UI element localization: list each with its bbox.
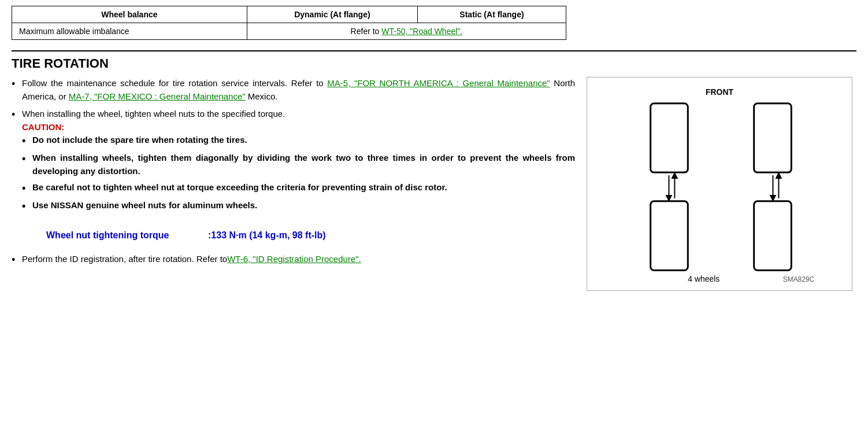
caution-item-1-text: Do not include the spare tire when rotat… (32, 134, 575, 147)
link-ma7[interactable]: MA-7, "FOR MEXICO : General Maintenance" (69, 91, 246, 101)
caution-item-3: • Be careful not to tighten wheel nut at… (22, 181, 575, 196)
torque-box: Wheel nut tightening torque : 133 N·m (1… (46, 228, 575, 243)
tire-rear-left (651, 201, 688, 270)
table-cell-value: Refer to WT-50, "Road Wheel". (247, 23, 566, 40)
table-link-wt50[interactable]: WT-50, "Road Wheel". (381, 27, 462, 36)
table-header-dynamic: Dynamic (At flange) (247, 6, 417, 23)
list-item-tighten: • When installing the wheel, tighten whe… (12, 108, 575, 218)
bullet1-text-after: Mexico. (246, 91, 278, 101)
tire-front-left (651, 104, 688, 172)
link-ma5[interactable]: MA-5, "FOR NORTH AMERICA : General Maint… (327, 78, 550, 88)
tire-front-right (754, 104, 792, 172)
torque-value: 133 N·m (14 kg-m, 98 ft-lb) (211, 228, 575, 243)
main-bullet-list: • Follow the maintenance schedule for ti… (12, 77, 575, 218)
torque-label: Wheel nut tightening torque (46, 228, 208, 243)
list-item-rotation: • Follow the maintenance schedule for ti… (12, 77, 575, 103)
diagram-svg: FRONT 4 wheels SMA829C (587, 78, 852, 290)
list-item-1-content: Follow the maintenance schedule for tire… (22, 77, 575, 103)
table-header-balance: Wheel balance (12, 6, 247, 23)
caution-bullet-4: • (22, 199, 32, 213)
perform-line: • Perform the ID registration, after tir… (12, 253, 575, 267)
caution-item-4: • Use NISSAN genuine wheel nuts for alum… (22, 199, 575, 213)
diagram-box: FRONT 4 wheels SMA829C (587, 77, 852, 291)
caution-item-2: • When installing wheels, tighten them d… (22, 152, 575, 178)
table-cell-label: Maximum allowable imbalance (12, 23, 247, 40)
bullet-icon-2: • (12, 108, 22, 122)
content-area: • Follow the maintenance schedule for ti… (12, 77, 856, 291)
caution-bullet-2: • (22, 152, 32, 166)
perform-bullet: • (12, 253, 22, 267)
caution-label: CAUTION: (22, 122, 64, 132)
text-content: • Follow the maintenance schedule for ti… (12, 77, 575, 267)
table-refer-text: Refer to (351, 27, 382, 36)
caution-list: • Do not include the spare tire when rot… (22, 134, 575, 214)
wheel-balance-table: Wheel balance Dynamic (At flange) Static… (12, 6, 566, 40)
caution-item-3-text: Be careful not to tighten wheel nut at t… (32, 181, 575, 194)
caution-item-2-text: When installing wheels, tighten them dia… (32, 152, 575, 178)
bullet1-text-before: Follow the maintenance schedule for tire… (22, 78, 327, 88)
section-title: TIRE ROTATION (12, 50, 856, 71)
caution-item-1: • Do not include the spare tire when rot… (22, 134, 575, 148)
bullet2-text: When installing the wheel, tighten wheel… (22, 109, 285, 119)
table-header-static: Static (At flange) (417, 6, 566, 23)
perform-text-before: Perform the ID registration, after tire … (22, 253, 227, 266)
caution-bullet-1: • (22, 134, 32, 148)
torque-row: Wheel nut tightening torque : 133 N·m (1… (46, 228, 575, 243)
caution-item-4-text: Use NISSAN genuine wheel nuts for alumin… (32, 199, 575, 212)
diagram-sma-text: SMA829C (783, 275, 815, 283)
caution-bullet-3: • (22, 181, 32, 196)
list-item-2-content: When installing the wheel, tighten wheel… (22, 108, 575, 218)
link-wt6[interactable]: WT-6, "ID Registration Procedure". (227, 253, 361, 266)
diagram-4wheels-text: 4 wheels (688, 274, 719, 283)
bullet-icon-1: • (12, 77, 22, 91)
tire-rear-right (754, 201, 792, 270)
diagram-front-text: FRONT (706, 87, 733, 97)
